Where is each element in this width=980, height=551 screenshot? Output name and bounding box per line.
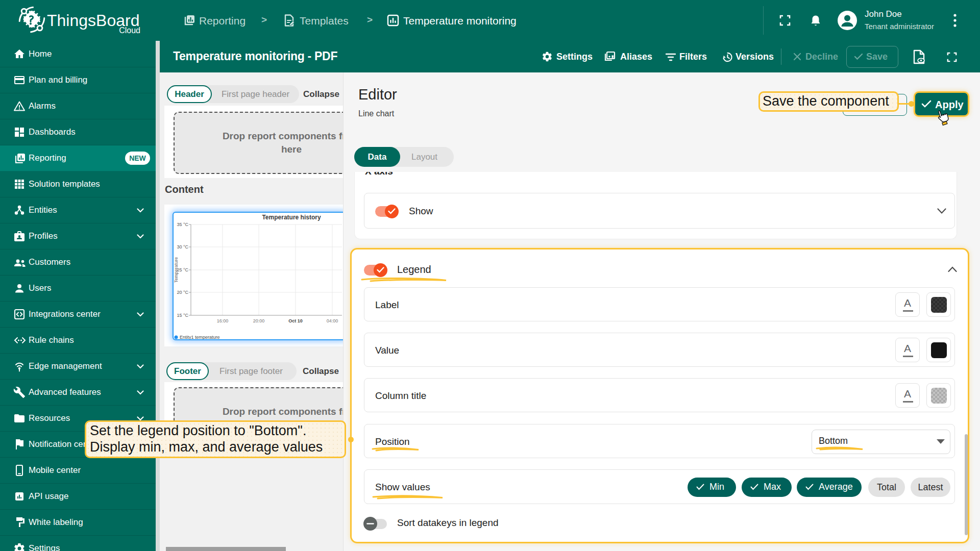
svg-text:30 °C: 30 °C <box>177 244 188 249</box>
svg-text:Oct 10: Oct 10 <box>288 318 303 323</box>
svg-text:20 °C: 20 °C <box>177 290 188 295</box>
svg-text:20:00: 20:00 <box>253 318 265 323</box>
svg-text:15 °C: 15 °C <box>177 313 188 318</box>
svg-text:Temperature: Temperature <box>174 257 179 283</box>
svg-text:16:00: 16:00 <box>217 318 229 323</box>
svg-text:Entity1 temperature: Entity1 temperature <box>180 335 220 339</box>
svg-text:Temperature history: Temperature history <box>262 214 321 221</box>
svg-text:35 °C: 35 °C <box>177 222 188 227</box>
svg-text:04:00: 04:00 <box>327 318 338 323</box>
